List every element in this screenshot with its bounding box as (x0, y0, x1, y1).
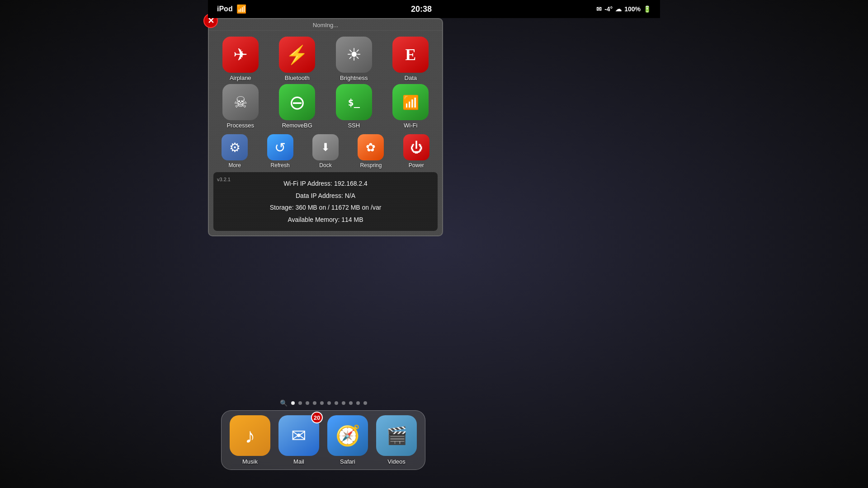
action-refresh[interactable]: ↺ Refresh (259, 134, 301, 169)
memory-line: Available Memory: 114 MB (221, 214, 430, 226)
status-right: ✉ -4° ☁ 100% 🔋 (596, 5, 651, 13)
dot-2 (298, 401, 302, 405)
toggle-processes[interactable]: ☠ Processes (213, 84, 268, 129)
toggle-ssh[interactable]: $_ SSH (327, 84, 381, 129)
widget-panel: ✕ NomIng... ✈ Airplane ⚡ Bluetooth ☀ Bri… (208, 18, 443, 236)
data-label: Data (405, 75, 417, 81)
version-tag: v3.2.1 (217, 175, 231, 184)
refresh-label: Refresh (271, 162, 290, 169)
dot-1 (291, 401, 295, 405)
action-power[interactable]: ⏻ Power (395, 134, 438, 169)
toggle-brightness[interactable]: ☀ Brightness (327, 37, 381, 81)
removebg-label: RemoveBG (282, 122, 312, 129)
mail-icon: ✉ (596, 5, 602, 13)
dot-3 (306, 401, 309, 405)
removebg-icon: ⊖ (279, 84, 315, 120)
ssh-label: SSH (348, 122, 360, 129)
action-respring[interactable]: ✿ Respring (349, 134, 392, 169)
mail-label: Mail (293, 458, 304, 465)
musik-icon: ♪ (230, 415, 270, 456)
airplane-label: Airplane (230, 75, 251, 81)
respring-label: Respring (360, 162, 382, 169)
dot-5 (320, 401, 324, 405)
more-label: More (229, 162, 241, 169)
wifi-icon: 📶 (236, 4, 246, 14)
bluetooth-label: Bluetooth (285, 75, 310, 81)
dock-item-safari[interactable]: 🧭 Safari (327, 415, 368, 465)
dot-7 (335, 401, 338, 405)
data-icon: E (392, 37, 429, 73)
processes-icon: ☠ (222, 84, 259, 120)
brightness-icon: ☀ (336, 37, 372, 73)
status-time: 20:38 (411, 5, 432, 14)
brightness-label: Brightness (340, 75, 368, 81)
wifi-toggle-icon: 📶 (392, 84, 429, 120)
action-dock[interactable]: ⬇ Dock (304, 134, 347, 169)
dot-4 (313, 401, 316, 405)
videos-icon: 🎬 (376, 415, 417, 456)
bluetooth-icon: ⚡ (279, 37, 315, 73)
toggle-bluetooth[interactable]: ⚡ Bluetooth (270, 37, 325, 81)
battery-pct: 100% (624, 5, 641, 13)
dock: ♪ Musik 20 ✉ Mail 🧭 Safari 🎬 Videos (221, 410, 425, 470)
dot-8 (342, 401, 345, 405)
toggle-removebg[interactable]: ⊖ RemoveBG (270, 84, 325, 129)
dock-item-videos[interactable]: 🎬 Videos (376, 415, 417, 465)
dock-item-mail[interactable]: 20 ✉ Mail (278, 415, 319, 465)
wifi-label: Wi-Fi (404, 122, 417, 129)
safari-icon: 🧭 (327, 415, 368, 456)
search-dot-icon: 🔍 (280, 399, 288, 407)
processes-label: Processes (226, 122, 254, 129)
power-label: Power (409, 162, 424, 169)
panel-title: NomIng... (209, 19, 442, 31)
toggle-grid: ✈ Airplane ⚡ Bluetooth ☀ Brightness E Da… (209, 33, 442, 132)
action-row: ⚙ More ↺ Refresh ⬇ Dock ✿ Respring ⏻ Pow… (209, 132, 442, 172)
device-name: iPod (217, 5, 233, 13)
safari-label: Safari (340, 458, 355, 465)
ssh-icon: $_ (336, 84, 372, 120)
cloud-icon: ☁ (615, 5, 622, 13)
dock-item-musik[interactable]: ♪ Musik (230, 415, 270, 465)
toggle-wifi[interactable]: 📶 Wi-Fi (384, 84, 438, 129)
dock-area: 🔍 ♪ Musik 20 ✉ Mail � (172, 399, 475, 470)
page-dots: 🔍 (280, 399, 367, 407)
dot-9 (349, 401, 353, 405)
dot-6 (327, 401, 331, 405)
temperature: -4° (604, 5, 613, 13)
dot-10 (356, 401, 360, 405)
info-panel: v3.2.1 Wi-Fi IP Address: 192.168.2.4 Dat… (213, 172, 438, 231)
battery-icon: 🔋 (643, 5, 651, 13)
data-ip-line: Data IP Address: N/A (221, 190, 430, 202)
storage-line: Storage: 360 MB on / 11672 MB on /var (221, 202, 430, 214)
musik-label: Musik (242, 458, 258, 465)
toggle-airplane[interactable]: ✈ Airplane (213, 37, 268, 81)
toggle-data[interactable]: E Data (384, 37, 438, 81)
mail-badge: 20 (311, 412, 323, 423)
action-more[interactable]: ⚙ More (213, 134, 256, 169)
airplane-icon: ✈ (222, 37, 259, 73)
videos-label: Videos (387, 458, 406, 465)
dock-label: Dock (319, 162, 331, 169)
dot-11 (363, 401, 367, 405)
status-left: iPod 📶 (217, 4, 246, 14)
wifi-ip-line: Wi-Fi IP Address: 192.168.2.4 (221, 178, 430, 190)
status-bar: iPod 📶 20:38 ✉ -4° ☁ 100% 🔋 (208, 0, 660, 18)
